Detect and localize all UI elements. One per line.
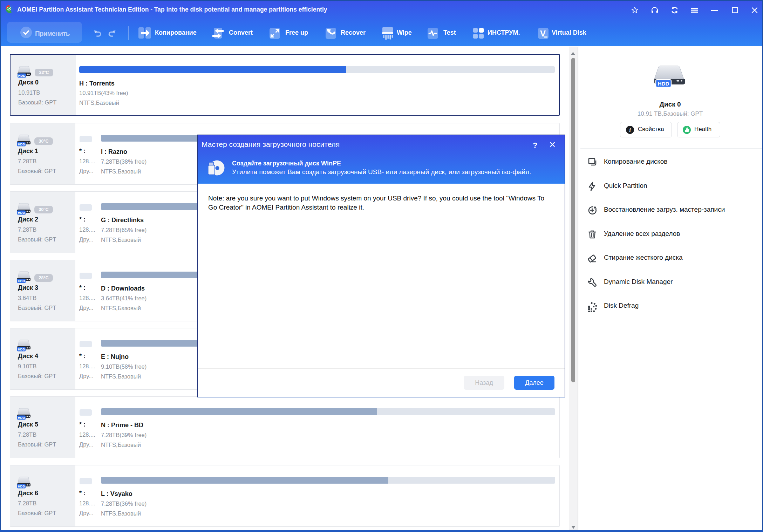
svg-text:HDD: HDD — [18, 484, 25, 488]
svg-text:HDD: HDD — [18, 347, 25, 351]
svg-text:HDD: HDD — [18, 211, 25, 214]
svg-text:HDD: HDD — [658, 81, 669, 87]
svg-text:HDD: HDD — [18, 416, 25, 420]
svg-text:HDD: HDD — [18, 279, 25, 283]
svg-text:HDD: HDD — [18, 74, 26, 77]
svg-text:HDD: HDD — [18, 142, 25, 146]
